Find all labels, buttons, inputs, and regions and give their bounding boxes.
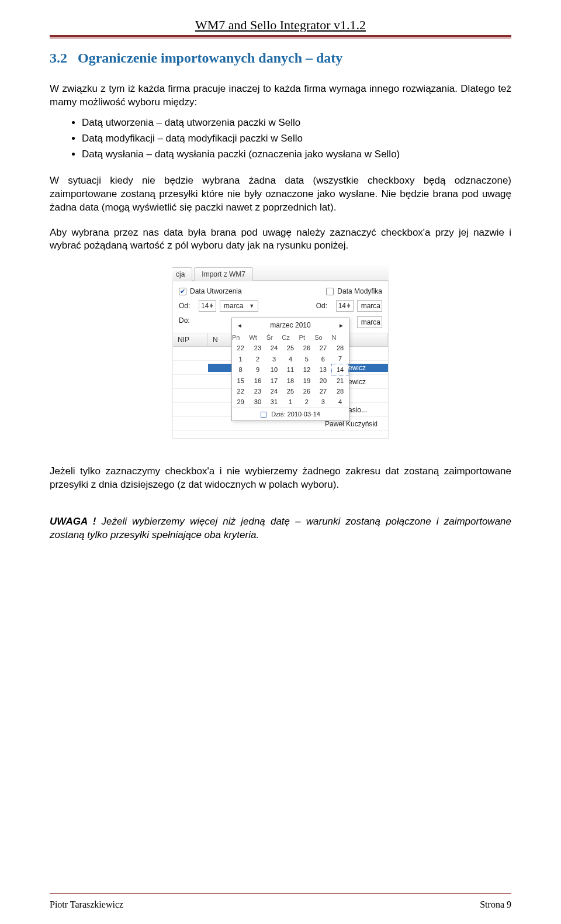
calendar-cell[interactable]: 27 xyxy=(314,386,331,397)
calendar-cell[interactable]: 26 xyxy=(299,386,315,397)
paragraph-3: Aby wybrana przez nas data była brana po… xyxy=(50,226,511,253)
calendar-cell[interactable]: 28 xyxy=(332,343,349,353)
calendar-cell[interactable]: 17 xyxy=(266,375,282,387)
checkbox-label: Data Utworzenia xyxy=(190,287,242,295)
bullet-list: Datą utworzenia – datą utworzenia paczki… xyxy=(50,116,511,161)
calendar-cell[interactable]: 2 xyxy=(249,353,266,364)
tab-import-wm7[interactable]: Import z WM7 xyxy=(194,267,253,281)
calendar-cell[interactable]: 21 xyxy=(332,375,349,387)
day-spinner-right[interactable]: 14 ▲▼ xyxy=(336,300,354,312)
checkbox-data-modyfikacji[interactable] xyxy=(326,288,334,295)
calendar-cell[interactable]: 19 xyxy=(299,375,315,387)
month-combo-right[interactable]: marca xyxy=(357,300,382,312)
calendar-cell[interactable]: 23 xyxy=(249,343,266,353)
calendar-prev-icon[interactable]: ◄ xyxy=(237,322,243,329)
note-body: Jeżeli wybierzemy więcej niż jedną datę … xyxy=(50,516,511,540)
calendar-cell[interactable]: 15 xyxy=(232,375,249,387)
day-value: 14 xyxy=(201,302,209,310)
calendar-cell[interactable]: 22 xyxy=(232,386,249,397)
month-value: marca xyxy=(224,302,243,310)
running-title: WM7 and Sello Integrator v1.1.2 xyxy=(50,18,511,33)
day-spinner-od[interactable]: 14 ▲▼ xyxy=(199,300,216,312)
paragraph-1: W związku z tym iż każda firma pracuje i… xyxy=(50,82,511,109)
calendar-cell[interactable]: 24 xyxy=(266,386,282,397)
calendar-today[interactable]: Dziś: 2010-03-14 xyxy=(232,407,349,420)
calendar-cell[interactable]: 23 xyxy=(249,386,266,397)
calendar-cell[interactable]: 30 xyxy=(249,397,266,407)
spinner-arrows-icon: ▲▼ xyxy=(346,304,351,309)
calendar-cell[interactable]: 9 xyxy=(249,364,266,375)
checkbox-label: Data Modyfika xyxy=(337,287,382,295)
note-label: UWAGA ! xyxy=(50,516,96,527)
tab-bar: cja Import z WM7 xyxy=(172,266,389,281)
month-combo-od[interactable]: marca ▼ xyxy=(220,300,258,312)
section-title: Ograniczenie importowanych danych – daty xyxy=(78,50,342,65)
calendar-cell[interactable]: 12 xyxy=(299,364,315,375)
cal-day-head: Cz xyxy=(282,332,299,343)
footer-rule xyxy=(50,893,511,894)
cal-day-head: Pt xyxy=(299,332,315,343)
calendar-cell[interactable]: 3 xyxy=(266,353,282,364)
today-marker-icon xyxy=(261,412,266,418)
tab-cutoff[interactable]: cja xyxy=(172,267,192,281)
header-rule xyxy=(50,35,511,37)
calendar-cell[interactable]: 3 xyxy=(314,397,331,407)
calendar-cell[interactable]: 5 xyxy=(299,353,315,364)
footer-author: Piotr Taraszkiewicz xyxy=(50,899,123,910)
calendar-cell[interactable]: 11 xyxy=(282,364,299,375)
calendar-cell[interactable]: 1 xyxy=(282,397,299,407)
cal-day-head: Śr xyxy=(266,332,282,343)
calendar-cell[interactable]: 4 xyxy=(282,353,299,364)
calendar-cell[interactable]: 24 xyxy=(266,343,282,353)
calendar-cell[interactable]: 28 xyxy=(332,386,349,397)
calendar-cell[interactable]: 27 xyxy=(314,343,331,353)
calendar-title: marzec 2010 xyxy=(270,321,310,329)
note-paragraph: UWAGA ! Jeżeli wybierzemy więcej niż jed… xyxy=(50,515,511,542)
calendar-cell[interactable]: 22 xyxy=(232,343,249,353)
od-label: Od: xyxy=(179,302,195,310)
calendar-cell[interactable]: 6 xyxy=(314,353,331,364)
calendar-cell[interactable]: 10 xyxy=(266,364,282,375)
month-value: marca xyxy=(361,302,380,310)
spinner-arrows-icon: ▲▼ xyxy=(209,304,214,309)
checkbox-data-utworzenia[interactable] xyxy=(179,288,186,295)
paragraph-2: W sytuacji kiedy nie będzie wybrana żadn… xyxy=(50,174,511,215)
calendar-cell[interactable]: 26 xyxy=(299,343,315,353)
calendar-cell[interactable]: 13 xyxy=(314,364,331,375)
do-label: Do: xyxy=(179,316,195,325)
bullet-item: Datą wysłania – datą wysłania paczki (oz… xyxy=(82,148,511,161)
calendar-cell[interactable]: 25 xyxy=(282,386,299,397)
cal-day-head: N xyxy=(332,332,349,343)
bullet-item: Datą utworzenia – datą utworzenia paczki… xyxy=(82,116,511,130)
calendar-cell[interactable]: 25 xyxy=(282,343,299,353)
calendar-cell[interactable]: 20 xyxy=(314,375,331,387)
cal-day-head: Wt xyxy=(249,332,266,343)
calendar-cell[interactable]: 14 xyxy=(332,364,349,375)
calendar-cell[interactable]: 4 xyxy=(332,397,349,407)
calendar-cell[interactable]: 18 xyxy=(282,375,299,387)
calendar-cell[interactable]: 1 xyxy=(232,353,249,364)
calendar-cell[interactable]: 29 xyxy=(232,397,249,407)
calendar-next-icon[interactable]: ► xyxy=(338,322,344,329)
month-combo-right2[interactable]: marca xyxy=(357,316,382,328)
paragraph-4: Jeżeli tylko zaznaczymy checkbox'a i nie… xyxy=(50,465,511,492)
calendar-cell[interactable]: 8 xyxy=(232,364,249,375)
month-value: marca xyxy=(361,318,380,326)
calendar-cell[interactable]: 7 xyxy=(332,353,349,364)
day-value: 14 xyxy=(338,302,346,310)
section-number: 3.2 xyxy=(50,50,67,65)
bullet-item: Datą modyfikacji – datą modyfikacji pacz… xyxy=(82,132,511,146)
calendar-popup[interactable]: ◄ marzec 2010 ► Pn Wt Śr Cz Pt So N xyxy=(231,318,349,421)
screenshot-figure: cja Import z WM7 Data Utworzenia Od: 14 … xyxy=(172,266,389,439)
od-label-right: Od: xyxy=(316,302,333,310)
date-panel: Data Utworzenia Od: 14 ▲▼ marca ▼ Do: xyxy=(172,281,389,333)
column-header-nip[interactable]: NIP xyxy=(173,333,208,346)
chevron-down-icon: ▼ xyxy=(249,303,254,309)
cal-day-head: So xyxy=(314,332,331,343)
calendar-cell[interactable]: 31 xyxy=(266,397,282,407)
calendar-cell[interactable]: 2 xyxy=(299,397,315,407)
cal-day-head: Pn xyxy=(232,332,249,343)
section-heading: 3.2 Ograniczenie importowanych danych – … xyxy=(50,50,511,66)
calendar-cell[interactable]: 16 xyxy=(249,375,266,387)
footer-page: Strona 9 xyxy=(480,899,511,910)
